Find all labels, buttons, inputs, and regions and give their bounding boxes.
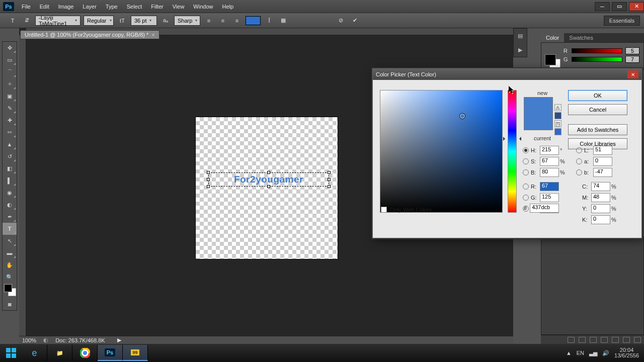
font-family-select[interactable]: -Layiji TaMaiTine1▾ (35, 16, 80, 26)
group-icon[interactable] (612, 337, 619, 343)
font-size-select[interactable]: 36 pt▾ (131, 16, 157, 26)
radio-s[interactable] (523, 158, 529, 164)
menu-help[interactable]: Help (217, 0, 238, 13)
radio-a[interactable] (576, 158, 582, 164)
handle-bot-right[interactable] (328, 185, 331, 188)
align-left-icon[interactable]: ≡ (203, 15, 214, 26)
heal-tool[interactable]: ✚ (3, 114, 17, 126)
font-style-select[interactable]: Regular▾ (84, 16, 114, 26)
stamp-tool[interactable]: ▲ (3, 138, 17, 150)
quickmask-tool[interactable]: ◙ (3, 298, 17, 310)
handle-top-mid[interactable] (267, 171, 270, 174)
g-slider[interactable] (572, 57, 622, 62)
menu-file[interactable]: File (17, 0, 35, 13)
eraser-tool[interactable]: ◧ (3, 162, 17, 174)
tray-network-icon[interactable]: ▃▅ (589, 350, 597, 356)
document-tab[interactable]: Untitled-1 @ 100% (For2yougamer copy, RG… (20, 30, 159, 39)
marquee-tool[interactable]: ▭ (3, 54, 17, 66)
tab-close-icon[interactable]: × (151, 32, 154, 38)
path-select-tool[interactable]: ↖ (3, 235, 17, 247)
handle-bot-left[interactable] (207, 185, 210, 188)
b-hsb-input[interactable]: 80 (540, 168, 559, 177)
status-menu-icon[interactable]: ▶ (117, 337, 121, 343)
gamut-warning-icon[interactable]: ⚠ (554, 104, 561, 111)
eyedropper-tool[interactable]: ✎ (3, 102, 17, 114)
a-input[interactable]: 0 (593, 157, 612, 166)
saturation-value-field[interactable] (380, 90, 503, 213)
handle-mid-right[interactable] (328, 178, 331, 181)
tray-clock[interactable]: 20:04 13/6/2556 (614, 347, 639, 358)
b-lab-input[interactable]: -47 (593, 168, 612, 177)
menu-edit[interactable]: Edit (35, 0, 54, 13)
sv-cursor[interactable] (460, 114, 465, 119)
type-tool[interactable]: T (3, 223, 17, 235)
tab-color[interactable]: Color (541, 33, 564, 42)
radio-b-lab[interactable] (576, 169, 582, 175)
close-button[interactable]: ✕ (629, 2, 644, 11)
add-swatches-button[interactable]: Add to Swatches (568, 124, 627, 135)
taskbar-photoshop[interactable]: Ps (98, 345, 123, 361)
warp-text-icon[interactable]: Ĭ (264, 15, 275, 26)
antialias-select[interactable]: Sharp▾ (174, 16, 200, 26)
lasso-tool[interactable]: ⌒ (3, 66, 17, 78)
history-brush-tool[interactable]: ↺ (3, 150, 17, 162)
taskbar-chrome[interactable] (72, 345, 98, 361)
history-panel-icon[interactable]: ▤ (514, 29, 527, 43)
maximize-button[interactable]: ▭ (612, 2, 627, 11)
radio-r[interactable] (523, 184, 529, 190)
zoom-tool[interactable]: 🔍 (3, 271, 17, 283)
hex-input[interactable]: 437dcb (530, 204, 559, 213)
tab-swatches[interactable]: Swatches (564, 33, 598, 42)
tray-lang[interactable]: EN (577, 350, 584, 356)
ok-button[interactable]: OK (568, 90, 627, 101)
m-input[interactable]: 48 (591, 193, 610, 202)
brush-tool[interactable]: ✏ (3, 126, 17, 138)
only-web-colors[interactable]: Only Web Colors (381, 207, 432, 213)
menu-view[interactable]: View (168, 0, 189, 13)
link-layers-icon[interactable] (568, 337, 575, 343)
shape-tool[interactable]: ▬ (3, 247, 17, 259)
tray-volume-icon[interactable]: 🔊 (602, 350, 609, 356)
dodge-tool[interactable]: ◐ (3, 199, 17, 211)
blur-tool[interactable]: ◉ (3, 187, 17, 199)
wand-tool[interactable]: ✧ (3, 78, 17, 90)
handle-top-left[interactable] (207, 171, 210, 174)
taskbar-explorer[interactable]: 📁 (47, 345, 72, 361)
hue-strip[interactable] (508, 90, 517, 213)
foreground-color[interactable] (4, 284, 12, 292)
layer-mask-icon[interactable] (590, 337, 597, 343)
radio-b-hsb[interactable] (523, 169, 529, 175)
menu-image[interactable]: Image (54, 0, 78, 13)
ruler-vertical[interactable] (19, 35, 26, 340)
current-color[interactable] (524, 114, 552, 130)
commit-edit-icon[interactable]: ✔ (349, 15, 360, 26)
new-layer-icon[interactable] (623, 337, 630, 343)
layer-style-icon[interactable] (579, 337, 586, 343)
foreground-background-swatch[interactable] (3, 283, 17, 298)
cancel-button[interactable]: Cancel (568, 104, 627, 115)
r-input[interactable]: 67 (540, 182, 559, 191)
taskbar-ie[interactable]: e (22, 345, 47, 361)
trash-icon[interactable] (634, 337, 641, 343)
g-input[interactable]: 125 (540, 193, 559, 202)
g-value[interactable]: 7 (625, 56, 639, 63)
align-right-icon[interactable]: ≡ (231, 15, 243, 26)
menu-type[interactable]: Type (101, 0, 122, 13)
dialog-titlebar[interactable]: Color Picker (Text Color) ✕ (373, 69, 641, 80)
r-slider[interactable] (572, 48, 622, 53)
move-tool[interactable]: ✥ (3, 42, 17, 54)
handle-mid-left[interactable] (207, 178, 210, 181)
c-input[interactable]: 74 (591, 182, 610, 191)
gamut-color[interactable] (554, 112, 561, 119)
handle-top-right[interactable] (328, 171, 331, 174)
k-input[interactable]: 0 (591, 215, 610, 224)
tray-expand-icon[interactable]: ▲ (566, 350, 572, 356)
cancel-edit-icon[interactable]: ⊘ (335, 15, 346, 26)
align-center-icon[interactable]: ≡ (217, 15, 228, 26)
pen-tool[interactable]: ✒ (3, 211, 17, 223)
handle-bot-mid[interactable] (267, 185, 270, 188)
l-input[interactable]: 51 (593, 146, 612, 155)
y-input[interactable]: 0 (591, 204, 610, 213)
r-value[interactable]: 5 (625, 47, 639, 54)
menu-window[interactable]: Window (189, 0, 217, 13)
